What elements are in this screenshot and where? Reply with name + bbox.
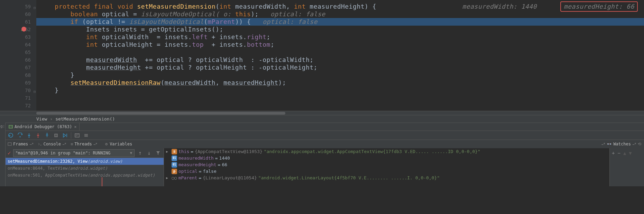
drop-frame-button[interactable] xyxy=(52,132,60,139)
frame-method: onMeasure:8644, TextView xyxy=(8,166,67,171)
scrollbar-thumb[interactable] xyxy=(36,112,285,115)
variables-panel[interactable]: ▶ ≡ this = {AppCompatTextView@11053} "an… xyxy=(164,148,609,186)
var-value-string: "android.widget.LinearLayout{4f5bf70 V.E… xyxy=(258,175,440,180)
debug-panel-tabs: Frames →* Console →* ≡ Threads →* ⚙ Vari… xyxy=(6,140,644,148)
red-marker xyxy=(102,177,102,186)
pin-icon[interactable]: →* xyxy=(29,142,34,146)
frame-package: (android.widget) xyxy=(67,166,108,171)
code-editor[interactable]: 59⊟ 60 61 ✓62 63 64 65 66 67 68 69 70⊟ 7… xyxy=(0,0,644,111)
dropdown-arrow-icon: ▼ xyxy=(130,151,132,155)
var-name: optical xyxy=(178,169,197,174)
pin-icon[interactable]: →* xyxy=(62,142,66,146)
chevron-right-icon: › xyxy=(50,116,53,122)
move-up-button[interactable]: ▲ xyxy=(623,150,626,156)
svg-point-2 xyxy=(11,126,12,127)
frame-method: onMeasure:501, AppCompatTextView xyxy=(8,173,88,178)
svg-point-4 xyxy=(29,136,30,137)
restart-button[interactable] xyxy=(7,132,15,139)
variable-row[interactable]: 01 measuredWidth = 1440 xyxy=(164,155,609,161)
thread-name: "main"@10,946 in group "main": RUNNING xyxy=(16,151,111,155)
primitive-icon: p xyxy=(172,169,177,174)
frames-panel: ✓ "main"@10,946 in group "main": RUNNING… xyxy=(6,148,164,186)
tab-label: Console xyxy=(43,142,61,146)
line-number: 70 xyxy=(25,87,31,94)
tool-window-tabs: Android Debugger (8763) ✕ xyxy=(6,123,644,131)
step-into-button[interactable] xyxy=(25,132,33,139)
thread-selector[interactable]: "main"@10,946 in group "main": RUNNING ▼ xyxy=(13,149,135,157)
stack-frame[interactable]: onMeasure:8644, TextView (android.widget… xyxy=(6,165,164,172)
line-number: 64 xyxy=(25,41,31,48)
code-content[interactable]: measuredWidth: 1440 measuredHeight: 66 p… xyxy=(36,0,644,111)
line-number: 66 xyxy=(25,56,31,64)
breakpoint-icon[interactable] xyxy=(21,27,26,32)
this-icon: ≡ xyxy=(172,149,177,154)
breadcrumb-item[interactable]: setMeasuredDimension() xyxy=(55,116,115,122)
tab-frames[interactable]: Frames →* xyxy=(6,140,36,148)
variable-row[interactable]: 01 measuredHeight = 66 xyxy=(164,161,609,168)
glasses-icon: 👓 xyxy=(607,142,612,146)
tab-android-debugger[interactable]: Android Debugger (8763) ✕ xyxy=(6,123,80,131)
line-number: 63 xyxy=(25,33,31,41)
var-value-string: "androidx.appcompat.widget.AppCompatText… xyxy=(264,149,480,154)
evaluate-button[interactable] xyxy=(73,132,81,139)
line-number: 69 xyxy=(25,79,31,87)
watches-panel: + − ▲ ▼ xyxy=(609,148,644,186)
line-number: 59 xyxy=(25,3,31,10)
prev-frame-button[interactable]: ↑ xyxy=(137,150,144,157)
breadcrumb[interactable]: View › setMeasuredDimension() xyxy=(0,115,644,123)
add-watch-button[interactable]: + xyxy=(612,150,615,156)
watches-label: Watches xyxy=(613,142,631,146)
breadcrumb-item[interactable]: View xyxy=(36,116,47,122)
tab-console[interactable]: Console →* xyxy=(36,140,68,148)
filter-button[interactable] xyxy=(155,150,162,157)
tab-label: Frames xyxy=(13,142,28,146)
step-out-button[interactable] xyxy=(43,132,51,139)
svg-point-6 xyxy=(47,133,48,134)
frames-icon xyxy=(8,142,12,146)
variables-header: ⚙ Variables xyxy=(100,142,601,146)
next-frame-button[interactable]: ↓ xyxy=(146,150,153,157)
var-name: mParent xyxy=(178,175,197,180)
console-icon xyxy=(38,142,42,146)
stack-frame[interactable]: setMeasuredDimension:23262, View (androi… xyxy=(6,158,164,165)
object-icon: ○○ xyxy=(172,175,177,180)
primitive-icon: 01 xyxy=(172,162,177,168)
pin-icon[interactable]: →* xyxy=(632,142,636,146)
pin-icon[interactable]: →* xyxy=(93,142,98,146)
stack-frame[interactable]: onMeasure:501, AppCompatTextView (androi… xyxy=(6,172,164,179)
expand-arrow-icon[interactable]: ▶ xyxy=(166,150,170,153)
svg-point-3 xyxy=(20,136,21,137)
svg-rect-7 xyxy=(75,134,79,137)
frame-package: (androidx.appcompat.widget) xyxy=(88,173,155,178)
svg-rect-0 xyxy=(9,125,12,128)
settings-icon[interactable]: ⚙ xyxy=(105,142,108,146)
threads-icon: ≡ xyxy=(71,142,73,146)
pin-icon[interactable]: →* xyxy=(601,142,605,146)
move-down-button[interactable]: ▼ xyxy=(629,150,632,156)
close-icon[interactable]: ✕ xyxy=(74,124,76,129)
horizontal-scrollbar[interactable] xyxy=(0,111,644,115)
line-number: 60 xyxy=(25,10,31,18)
frames-list[interactable]: setMeasuredDimension:23262, View (androi… xyxy=(6,158,164,186)
step-over-button[interactable] xyxy=(16,132,24,139)
variable-row[interactable]: ▶ ≡ this = {AppCompatTextView@11053} "an… xyxy=(164,148,609,155)
var-value: false xyxy=(203,169,217,174)
restore-icon[interactable]: ⟲ xyxy=(638,142,641,146)
remove-watch-button[interactable]: − xyxy=(617,150,620,156)
run-to-cursor-button[interactable] xyxy=(61,132,69,139)
variables-label-text: Variables xyxy=(110,142,132,146)
var-name: this xyxy=(178,149,189,154)
debug-toolbar xyxy=(6,131,644,140)
tab-threads[interactable]: ≡ Threads →* xyxy=(68,140,100,148)
tool-window-left-stripe[interactable]: g: xyxy=(0,123,6,186)
tab-label: Threads xyxy=(74,142,92,146)
gutter: 59⊟ 60 61 ✓62 63 64 65 66 67 68 69 70⊟ 7… xyxy=(0,0,36,111)
frame-package: (android.view) xyxy=(88,159,122,164)
svg-rect-8 xyxy=(8,143,11,145)
var-name: measuredWidth xyxy=(178,155,214,161)
variable-row[interactable]: ▶ ○○ mParent = {LinearLayout@11054} "and… xyxy=(164,175,609,181)
force-step-into-button[interactable] xyxy=(34,132,42,139)
expand-arrow-icon[interactable]: ▶ xyxy=(166,176,170,180)
trace-button[interactable] xyxy=(82,132,90,139)
variable-row[interactable]: p optical = false xyxy=(164,168,609,175)
